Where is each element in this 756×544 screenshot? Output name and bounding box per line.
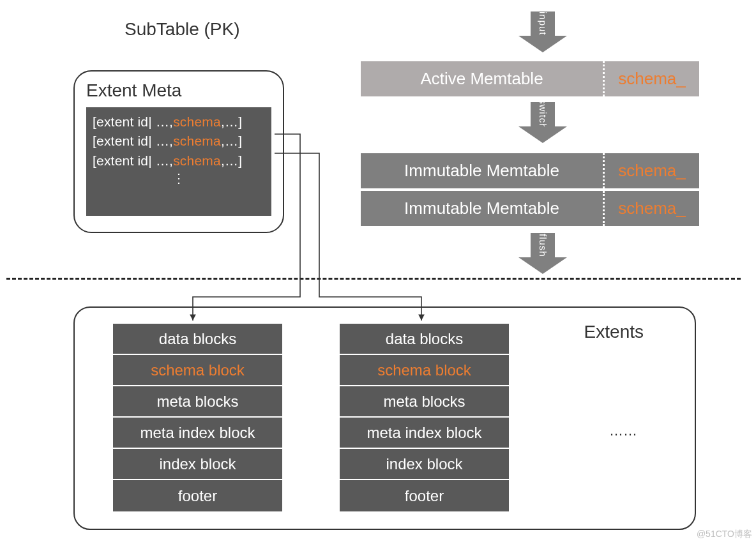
input-arrow: input xyxy=(518,11,567,52)
immutable-memtable: Immutable Memtable schema_ xyxy=(361,191,699,226)
extent-cell: meta index block xyxy=(340,418,509,449)
extent-cell: index block xyxy=(340,449,509,480)
immutable-memtable-label: Immutable Memtable xyxy=(361,191,605,226)
extent-cell: meta index block xyxy=(113,418,282,449)
extent-cell: footer xyxy=(113,480,282,511)
extent-cell: data blocks xyxy=(340,324,509,355)
extent-meta-label: Extent Meta xyxy=(86,80,271,101)
meta-row: [extent id| …,schema,…] xyxy=(93,132,265,151)
extent-cell-schema: schema block xyxy=(113,355,282,386)
switch-arrow: switch xyxy=(518,102,567,143)
extent-cell-schema: schema block xyxy=(340,355,509,386)
extents-box: Extents …… data blocks schema block meta… xyxy=(73,306,696,530)
active-memtable-schema: schema_ xyxy=(605,61,699,96)
meta-row: [extent id| …,schema,…] xyxy=(93,151,265,170)
extent-cell: meta blocks xyxy=(113,386,282,418)
immutable-memtable-schema: schema_ xyxy=(605,191,699,226)
flush-arrow: flush xyxy=(518,233,567,274)
extent-meta-body: [extent id| …,schema,…] [extent id| …,sc… xyxy=(86,107,271,216)
arrow-label-input: input xyxy=(538,11,548,36)
immutable-memtable: Immutable Memtable schema_ xyxy=(361,153,699,188)
active-memtable: Active Memtable schema_ xyxy=(361,61,699,96)
active-memtable-label: Active Memtable xyxy=(361,61,605,96)
subtable-title: SubTable (PK) xyxy=(125,19,240,40)
meta-dots: ⋮ xyxy=(93,170,265,186)
extent-column: data blocks schema block meta blocks met… xyxy=(113,324,282,511)
extent-column: data blocks schema block meta blocks met… xyxy=(340,324,509,511)
arrow-label-flush: flush xyxy=(538,234,548,257)
watermark: @51CTO博客 xyxy=(697,529,752,540)
immutable-memtable-label: Immutable Memtable xyxy=(361,153,605,188)
extent-cell: data blocks xyxy=(113,324,282,355)
extents-dots: …… xyxy=(609,423,637,439)
arrow-label-switch: switch xyxy=(538,99,548,130)
divider-line xyxy=(6,278,741,280)
extents-label: Extents xyxy=(584,322,644,342)
extent-cell: footer xyxy=(340,480,509,511)
extent-meta-box: Extent Meta [extent id| …,schema,…] [ext… xyxy=(73,70,284,233)
extent-cell: index block xyxy=(113,449,282,480)
extent-cell: meta blocks xyxy=(340,386,509,418)
meta-row: [extent id| …,schema,…] xyxy=(93,112,265,132)
immutable-memtable-schema: schema_ xyxy=(605,153,699,188)
